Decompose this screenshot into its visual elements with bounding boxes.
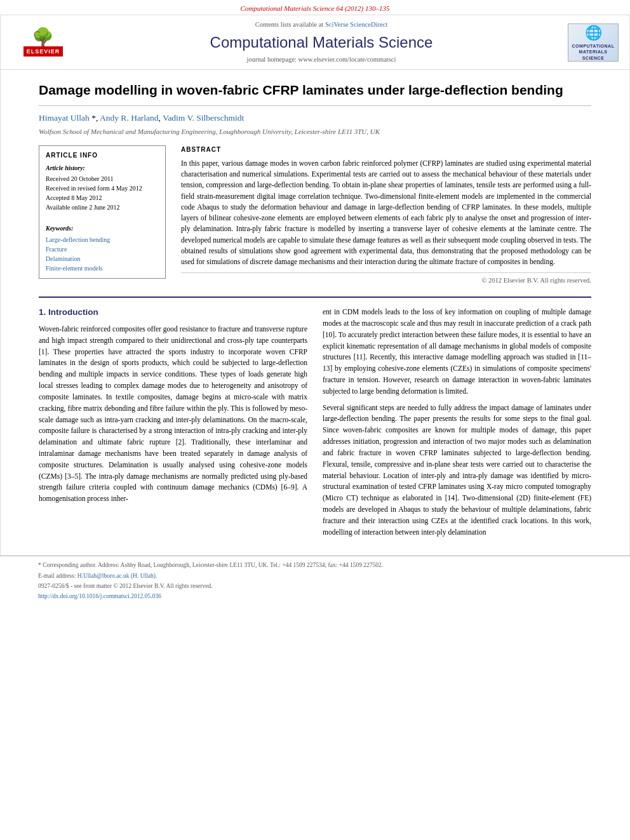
- abstract-section: ABSTRACT In this paper, various damage m…: [181, 145, 591, 286]
- email-label: E-mail address:: [38, 573, 76, 579]
- doi-line[interactable]: http://dx.doi.org/10.1016/j.commatsci.20…: [38, 592, 592, 601]
- journal-header: 🌳 ELSEVIER Contents lists available at S…: [0, 15, 630, 70]
- article-title: Damage modelling in woven-fabric CFRP la…: [39, 81, 591, 105]
- available-date: Available online 2 June 2012: [46, 203, 159, 212]
- section1-heading: 1. Introduction: [39, 307, 307, 319]
- globe-icon: 🌐: [585, 23, 602, 43]
- keyword-2: Fracture: [46, 244, 159, 254]
- journal-logo-right: 🌐 COMPUTATIONALMATERIALSSCIENCE: [565, 23, 622, 62]
- journal-title: Computational Materials Science: [84, 32, 558, 53]
- cms-logo-text: COMPUTATIONALMATERIALSSCIENCE: [572, 43, 615, 62]
- page-footer: * Corresponding author. Address: Ashby R…: [0, 556, 630, 608]
- journal-homepage: journal homepage: www.elsevier.com/locat…: [84, 55, 558, 65]
- main-content: Damage modelling in woven-fabric CFRP la…: [0, 70, 630, 556]
- keyword-1: Large-deflection bending: [46, 235, 159, 244]
- sciverse-line: Contents lists available at SciVerse Sci…: [84, 20, 558, 30]
- received-date: Received 20 October 2011: [46, 175, 159, 183]
- authors-line: Himayat Ullah *, Andy R. Harland, Vadim …: [39, 112, 591, 124]
- received-revised-date: Received in revised form 4 May 2012: [46, 184, 159, 193]
- body-two-col: 1. Introduction Woven-fabric reinforced …: [39, 307, 591, 543]
- accepted-date: Accepted 8 May 2012: [46, 194, 159, 203]
- sciverse-link[interactable]: SciVerse ScienceDirect: [325, 21, 387, 28]
- author-name-2: Andy R. Harland: [100, 113, 159, 123]
- copyright-line: © 2012 Elsevier B.V. All rights reserved…: [181, 272, 591, 286]
- keywords-list: Large-deflection bending Fracture Delami…: [46, 235, 159, 273]
- corresponding-author-note: * Corresponding author. Address: Ashby R…: [38, 561, 592, 570]
- footnote-address: Ashby Road, Loughborough, Leicester-shir…: [121, 562, 384, 568]
- article-info-abstract-section: ARTICLE INFO Article history: Received 2…: [39, 145, 591, 286]
- elsevier-logo-container: 🌳 ELSEVIER: [8, 29, 78, 57]
- journal-ref-text: Computational Materials Science 64 (2012…: [241, 4, 390, 12]
- elsevier-tree-icon: 🌳: [32, 29, 54, 46]
- affiliation: Wolfson School of Mechanical and Manufac…: [39, 127, 591, 137]
- article-history-heading: Article history:: [46, 164, 159, 173]
- sciverse-prefix: Contents lists available at: [255, 21, 324, 28]
- author-name-3: Vadim V. Silberschmidt: [163, 113, 244, 123]
- email-address[interactable]: H.Ullah@lboro.ac.uk (H. Ullah).: [77, 573, 158, 579]
- abstract-text: In this paper, various damage modes in w…: [181, 158, 591, 268]
- author-name-1: Himayat Ullah: [39, 113, 90, 123]
- elsevier-label: ELSEVIER: [23, 46, 64, 57]
- journal-reference-bar: Computational Materials Science 64 (2012…: [0, 0, 630, 15]
- journal-logo-box: 🌐 COMPUTATIONALMATERIALSSCIENCE: [568, 23, 619, 62]
- keyword-4: Finite-element models: [46, 263, 159, 273]
- section1-col2-para2: Several significant steps are needed to …: [323, 403, 591, 538]
- article-info-box: ARTICLE INFO Article history: Received 2…: [39, 145, 166, 279]
- article-info-heading: ARTICLE INFO: [46, 151, 159, 160]
- section1-col2-para1: ent in CDM models leads to the loss of k…: [323, 307, 591, 397]
- abstract-heading: ABSTRACT: [181, 145, 591, 154]
- article-info-col: ARTICLE INFO Article history: Received 2…: [39, 145, 166, 286]
- author-star-1: *: [91, 113, 96, 123]
- section1-col1-para1: Woven-fabric reinforced composites offer…: [39, 324, 307, 505]
- body-col-right: ent in CDM models leads to the loss of k…: [323, 307, 591, 543]
- elsevier-logo: 🌳 ELSEVIER: [23, 29, 64, 57]
- journal-header-center: Contents lists available at SciVerse Sci…: [78, 20, 565, 64]
- keywords-heading: Keywords:: [46, 224, 159, 233]
- section-divider: [39, 297, 591, 298]
- email-footnote: E-mail address: H.Ullah@lboro.ac.uk (H. …: [38, 572, 592, 580]
- abstract-col: ABSTRACT In this paper, various damage m…: [181, 145, 591, 286]
- footnote-star-label: * Corresponding author. Address:: [38, 562, 121, 568]
- keyword-3: Delamination: [46, 254, 159, 263]
- body-col-left: 1. Introduction Woven-fabric reinforced …: [39, 307, 307, 543]
- issn-line: 0927-0256/$ - see front matter © 2012 El…: [38, 582, 592, 590]
